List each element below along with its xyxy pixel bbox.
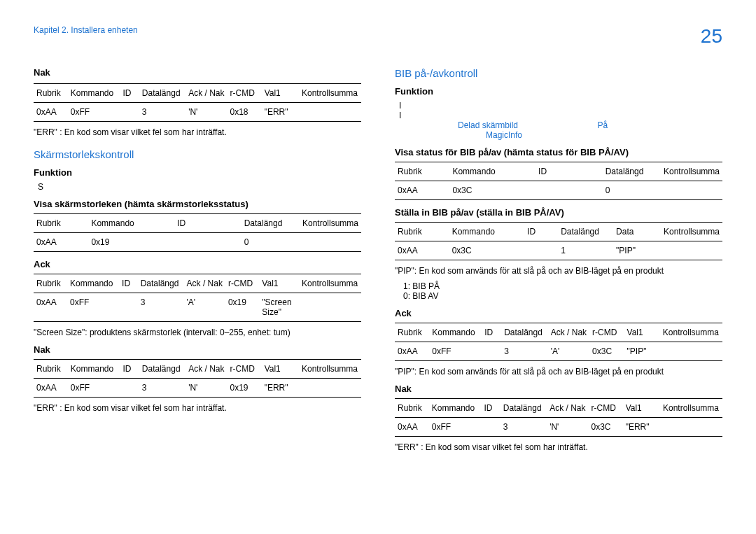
funktion-text: I <box>399 101 722 111</box>
th: Kontrollsumma <box>661 223 722 241</box>
th: Rubrik <box>34 214 88 233</box>
th: Datalängd <box>501 323 548 342</box>
table-row: 0xAA 0xFF 3 'A' 0x19 "Screen Size" <box>34 293 361 322</box>
th: Kommando <box>68 84 120 103</box>
th: ID <box>120 84 139 103</box>
note-text: "PIP": En kod som används för att slå på… <box>395 367 722 377</box>
table-row: 0xAA 0x19 0 <box>34 233 361 252</box>
th: ID <box>174 214 241 233</box>
left-column: Nak Rubrik Kommando ID Datalängd Ack / N… <box>34 67 361 458</box>
th: Val1 <box>259 274 299 293</box>
ack-table: Rubrik Kommando ID Datalängd Ack / Nak r… <box>395 323 722 361</box>
th: Datalängd <box>138 274 184 293</box>
th: Val1 <box>262 84 299 103</box>
table-row: 0xAA 0xFF 3 'N' 0x19 "ERR" <box>34 379 361 398</box>
th: Datalängd <box>500 399 547 418</box>
ack-heading: Ack <box>395 308 722 318</box>
th: Kommando <box>429 323 482 342</box>
th: Kontrollsumma <box>299 360 361 379</box>
nak-heading: Nak <box>34 344 361 355</box>
th: Kontrollsumma <box>661 162 722 181</box>
nak-heading: Nak <box>34 67 361 78</box>
th: Kommando <box>68 360 120 379</box>
th: r-CMD <box>227 84 262 103</box>
note-text: "PIP": En kod som används för att slå på… <box>395 266 722 276</box>
th: r-CMD <box>589 399 623 418</box>
th: ID <box>481 399 500 418</box>
page-number: 25 <box>701 25 722 48</box>
blue-ui-path-magicinfo[interactable]: MagicInfo <box>486 130 722 140</box>
th: ID <box>120 360 139 379</box>
th: Ack / Nak <box>184 274 225 293</box>
th: Rubrik <box>395 162 449 181</box>
th: Datalängd <box>139 360 186 379</box>
nak-table: Rubrik Kommando ID Datalängd Ack / Nak r… <box>395 398 722 437</box>
value-option: 1: BIB PÅ <box>403 281 722 291</box>
funktion-text: I <box>399 111 722 120</box>
view-screen-size-table: Rubrik Kommando ID Datalängd Kontrollsum… <box>34 213 361 252</box>
th: r-CMD <box>589 323 624 342</box>
th: Kontrollsumma <box>660 323 722 342</box>
bib-on-off-heading: BIB på-/avkontroll <box>395 67 722 79</box>
th: Rubrik <box>395 399 429 418</box>
th: ID <box>119 274 138 293</box>
th: Kommando <box>449 162 536 181</box>
th: Ack / Nak <box>548 323 589 342</box>
th: Rubrik <box>34 360 68 379</box>
note-text: "ERR" : En kod som visar vilket fel som … <box>34 403 361 413</box>
nak-heading: Nak <box>395 384 722 394</box>
page-header: Kapitel 2. Installera enheten 25 <box>34 25 722 48</box>
th: Val1 <box>262 360 299 379</box>
funktion-text: S <box>38 182 361 192</box>
note-text: "ERR" : En kod som visar vilket fel som … <box>34 127 361 137</box>
breadcrumb[interactable]: Kapitel 2. Installera enheten <box>34 25 138 35</box>
th: Datalängd <box>139 84 186 103</box>
th: Kontrollsumma <box>300 214 361 233</box>
th: Datalängd <box>241 214 300 233</box>
ack-table: Rubrik Kommando ID Datalängd Ack / Nak r… <box>34 274 361 322</box>
content-columns: Nak Rubrik Kommando ID Datalängd Ack / N… <box>34 67 722 458</box>
th: ID <box>524 223 558 241</box>
th: Datalängd <box>558 223 613 241</box>
view-screen-size-heading: Visa skärmstorleken (hämta skärmstorleks… <box>34 199 361 209</box>
table-row: 0xAA 0x3C 1 "PIP" <box>395 241 722 260</box>
set-table: Rubrik Kommando ID Datalängd Data Kontro… <box>395 222 722 260</box>
th: r-CMD <box>227 360 262 379</box>
th: Kommando <box>429 399 482 418</box>
set-heading: Ställa in BIB på/av (ställa in BIB PÅ/AV… <box>395 207 722 218</box>
funktion-heading: Funktion <box>395 86 722 97</box>
th: Ack / Nak <box>547 399 588 418</box>
table-row: 0xAA 0xFF 3 'N' 0x18 "ERR" <box>34 103 361 122</box>
th: ID <box>536 162 603 181</box>
table-row: 0xAA 0xFF 3 'A' 0x3C "PIP" <box>395 342 722 361</box>
right-column: BIB på-/avkontroll Funktion I I Delad sk… <box>395 67 722 458</box>
th: Kontrollsumma <box>660 399 722 418</box>
nak-table: Rubrik Kommando ID Datalängd Ack / Nak r… <box>34 359 361 398</box>
th: Kommando <box>449 223 524 241</box>
th: Rubrik <box>34 84 68 103</box>
page: Kapitel 2. Installera enheten 25 Nak Rub… <box>0 0 756 458</box>
th: Data <box>613 223 661 241</box>
funktion-heading: Funktion <box>34 167 361 178</box>
note-text: "Screen Size": produktens skärmstorlek (… <box>34 328 361 337</box>
th: Datalängd <box>603 162 661 181</box>
th: Val1 <box>623 399 660 418</box>
nak-table: Rubrik Kommando ID Datalängd Ack / Nak r… <box>34 83 361 122</box>
th: Kontrollsumma <box>299 84 361 103</box>
blue-path-a[interactable]: Delad skärmbild <box>458 120 518 130</box>
screen-size-control-heading: Skärmstorlekskontroll <box>34 148 361 160</box>
blue-ui-path: Delad skärmbild På <box>458 120 722 130</box>
th: ID <box>482 323 501 342</box>
th: Ack / Nak <box>186 84 227 103</box>
th: Rubrik <box>34 274 67 293</box>
blue-path-b[interactable]: På <box>597 120 608 130</box>
th: Val1 <box>624 323 660 342</box>
status-table: Rubrik Kommando ID Datalängd Kontrollsum… <box>395 162 722 200</box>
th: Kommando <box>88 214 174 233</box>
th: Kommando <box>67 274 119 293</box>
th: Rubrik <box>395 323 429 342</box>
status-heading: Visa status för BIB på/av (hämta status … <box>395 147 722 157</box>
ack-heading: Ack <box>34 259 361 269</box>
th: Ack / Nak <box>186 360 227 379</box>
value-option: 0: BIB AV <box>403 291 722 301</box>
